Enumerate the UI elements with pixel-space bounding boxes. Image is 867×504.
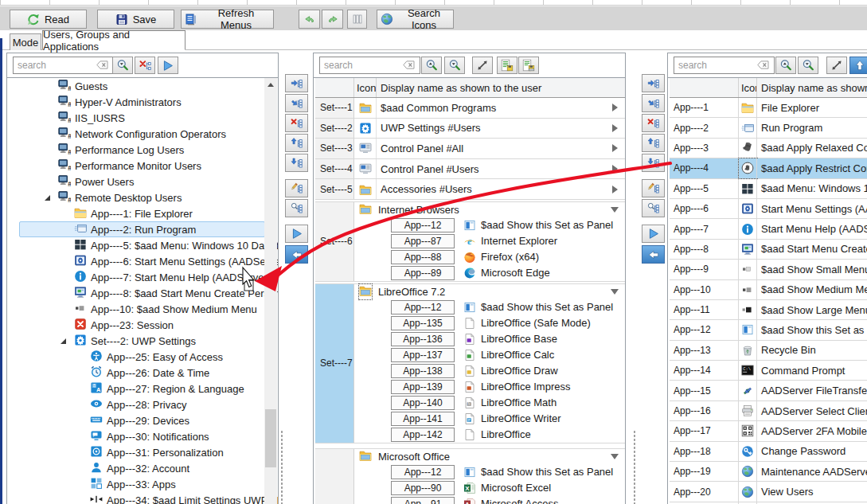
application-row[interactable]: App---20View Users — [670, 482, 867, 502]
app-row[interactable]: App---12$aad Show this Set as Panel — [354, 299, 625, 315]
tree-item[interactable]: #Hyper-V Administrators — [7, 94, 278, 110]
tree-item[interactable]: App----5: $aad Menu: Windows 10 Dark th — [7, 237, 278, 253]
app-row[interactable]: App---12$aad Show this Set as Panel — [354, 217, 625, 233]
app-id-button[interactable]: App---91 — [391, 497, 455, 504]
scrollbar-thumb[interactable] — [265, 409, 276, 467]
mid-move-up-button[interactable] — [285, 134, 308, 152]
tree-item[interactable]: App---32: Account — [7, 460, 278, 476]
search-icons-button[interactable]: Search Icons — [377, 10, 454, 29]
clear-tree-button[interactable] — [135, 57, 155, 74]
mid-delete-node-button[interactable] — [285, 114, 308, 132]
expand-arrow-icon[interactable] — [612, 186, 618, 193]
app-id-button[interactable]: App---12 — [391, 300, 455, 315]
application-row[interactable]: App---10$aad Show Medium Menu — [670, 280, 867, 300]
tree-item[interactable]: App----2: Run Program — [7, 221, 278, 237]
mid-back-button[interactable] — [285, 245, 308, 264]
mid-add-node-button[interactable] — [285, 74, 308, 92]
find-down-button[interactable] — [444, 57, 465, 74]
application-row[interactable]: App----4$aad Apply Restrict Contro — [670, 158, 867, 178]
app-row[interactable]: App--136LibreOffice Base — [354, 331, 625, 347]
tree-item[interactable]: App----8: $aad Start Menu Create Persona… — [7, 285, 278, 301]
app-row[interactable]: App---88Firefox (x64) — [354, 249, 625, 265]
tree-item[interactable]: App---29: Devices — [7, 412, 278, 428]
find-up-button[interactable] — [421, 57, 442, 74]
columns-button[interactable] — [347, 10, 367, 29]
set-row[interactable]: Microsoft Office — [354, 449, 625, 464]
app-row[interactable]: App---91AMicrosoft Access — [354, 496, 625, 504]
top-button[interactable] — [849, 57, 867, 74]
right-find-node-button[interactable] — [642, 199, 665, 217]
expand-arrow-icon[interactable] — [612, 104, 618, 111]
tree-item[interactable]: App---28: Privacy — [7, 397, 278, 412]
application-row[interactable]: App----8$aad Start Menu Create Pe — [670, 240, 867, 260]
set-id[interactable] — [315, 449, 354, 504]
tree-item[interactable]: #Remote Desktop Users — [7, 189, 278, 205]
save-button[interactable]: Save — [97, 10, 174, 29]
tab-users-groups-applications[interactable]: Users, Groups and Applications — [42, 30, 186, 50]
right-delete-node-button[interactable] — [642, 114, 665, 132]
application-row[interactable]: App----3$aad Apply Relaxed Contro — [670, 139, 867, 158]
tree-item[interactable]: #Power Users — [7, 174, 278, 189]
app-row[interactable]: App---89Microsoft Edge — [354, 265, 625, 281]
tree-item[interactable]: App---23: Session — [7, 317, 278, 333]
set-id[interactable]: Set----6 — [315, 202, 354, 281]
tree-item[interactable]: #Performance Monitor Users — [7, 158, 278, 174]
set-row[interactable]: Set----1$aad Common Programs — [315, 98, 625, 119]
app-row[interactable]: App--142LibreOffice — [354, 427, 625, 443]
expand-button[interactable] — [826, 57, 847, 74]
clear-search-icon[interactable] — [96, 60, 108, 70]
collapse-arrow-icon[interactable] — [611, 289, 619, 295]
tree-item[interactable]: #Network Configuration Operators — [7, 126, 278, 142]
application-row[interactable]: App---16AADServer Select Client Pr — [670, 401, 867, 421]
app-id-button[interactable]: App---89 — [391, 266, 455, 280]
app-row[interactable]: App---87eInternet Explorer — [354, 233, 625, 249]
tree-item[interactable]: #Performance Log Users — [7, 142, 278, 158]
application-row[interactable]: App---12$aad Show this Set as Pane — [670, 320, 867, 340]
set-row[interactable]: Set----5Accessories #Users — [315, 179, 625, 200]
collapse-arrow-icon[interactable] — [611, 207, 619, 213]
app-id-button[interactable]: App--139 — [391, 380, 455, 394]
application-row[interactable]: App----5$aad Menu: Windows 10 D — [670, 179, 867, 199]
tree-item[interactable]: Set----2: UWP Settings — [7, 333, 278, 349]
application-row[interactable]: App---15AADServer FileTransfer — [670, 381, 867, 400]
application-row[interactable]: App---14C:\Command Prompt — [670, 361, 867, 381]
app-row[interactable]: App--137LibreOffice Calc — [354, 347, 625, 363]
mid-find-node-button[interactable] — [285, 199, 308, 217]
application-row[interactable]: App----1File Explorer — [670, 98, 867, 118]
set-row[interactable]: LibreOffice 7.2 — [354, 284, 625, 299]
app-row[interactable]: App--138LibreOffice Draw — [354, 363, 625, 379]
undo-button[interactable] — [299, 10, 320, 29]
set-row[interactable]: Set----4Control Panel #Users — [315, 159, 625, 180]
refresh-menus-button[interactable]: Refresh Menus — [181, 10, 274, 29]
tree-item[interactable]: App---31: Personalization — [7, 444, 278, 460]
scroll-up-icon[interactable] — [264, 78, 277, 91]
app-row[interactable]: App---90XMicrosoft Excel — [354, 480, 625, 496]
right-edit-node-button[interactable] — [642, 179, 665, 197]
application-row[interactable]: App---17AADServer 2FA Mobile — [670, 421, 867, 441]
clear-search-icon[interactable] — [403, 60, 415, 70]
expander-icon[interactable] — [61, 338, 66, 344]
application-row[interactable]: App----6Start Menu Settings (AADS — [670, 199, 867, 219]
right-add-child-button[interactable] — [642, 94, 665, 112]
clear-search-icon[interactable] — [757, 60, 769, 70]
run-button[interactable] — [158, 57, 178, 74]
expander-icon[interactable] — [45, 195, 50, 201]
tree-item[interactable]: App---26: Date & Time — [7, 365, 278, 381]
find-button[interactable] — [112, 57, 133, 74]
app-id-button[interactable]: App---90 — [391, 481, 455, 495]
tab-mode[interactable]: Mode — [10, 33, 41, 50]
app-id-button[interactable]: App--136 — [391, 332, 455, 346]
expand-button[interactable] — [472, 57, 493, 74]
mid-run-button[interactable] — [285, 225, 308, 243]
app-id-button[interactable]: App---88 — [391, 250, 455, 264]
expand-arrow-icon[interactable] — [612, 144, 618, 152]
right-move-up-button[interactable] — [642, 134, 665, 152]
app-row[interactable]: App--141LibreOffice Writer — [354, 411, 625, 427]
expand-arrow-icon[interactable] — [612, 124, 618, 132]
mid-move-down-button[interactable] — [285, 154, 308, 172]
tree-item[interactable]: App---34: $aad Limit Settings UWP All S — [7, 492, 278, 504]
application-row[interactable]: App---11$aad Show Large Menu — [670, 300, 867, 320]
expand-arrow-icon[interactable] — [612, 165, 618, 173]
tree-item[interactable]: App----6: Start Menu Settings (AADServer… — [7, 253, 278, 269]
app-id-button[interactable]: App---12 — [391, 465, 455, 479]
